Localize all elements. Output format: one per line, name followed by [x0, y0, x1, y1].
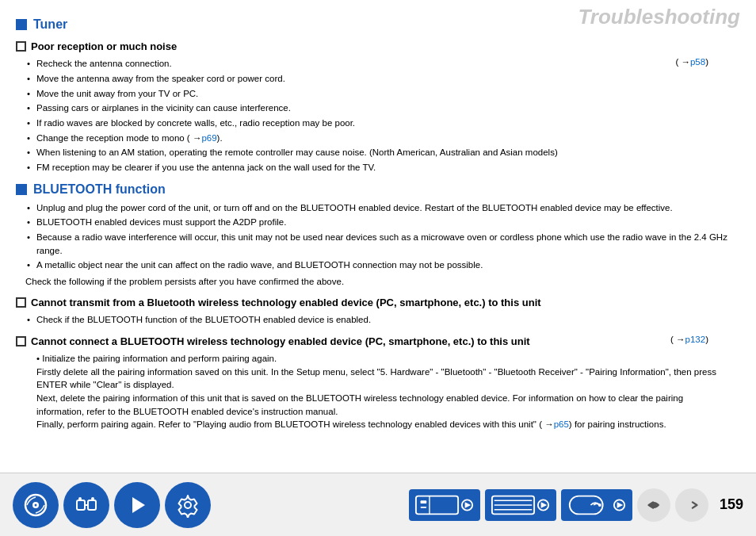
- svg-rect-12: [416, 496, 458, 514]
- blue-square-icon-bt: [16, 184, 27, 195]
- bluetooth-section-heading: BLUETOOTH function: [16, 182, 732, 197]
- p65-link[interactable]: p65: [554, 419, 569, 429]
- bullet-item: If radio waves are blocked by concrete w…: [25, 117, 732, 130]
- forward-icon: [683, 496, 701, 514]
- remote-nav-icon[interactable]: [561, 489, 632, 521]
- cannot-connect-heading: Cannot connect a BLUETOOTH wireless tech…: [31, 335, 530, 349]
- blue-square-icon: [16, 19, 27, 30]
- input2-nav-icon[interactable]: [485, 489, 556, 521]
- bullet-item: A metallic object near the unit can affe…: [25, 258, 732, 272]
- bullet-item: Unplug and plug the power cord of the un…: [25, 201, 732, 215]
- cannot-transmit-heading: Cannot transmit from a Bluetooth wireles…: [31, 296, 541, 310]
- checkbox-icon-poor-reception: [16, 41, 26, 52]
- connect-nav-icon[interactable]: [63, 482, 109, 528]
- svg-rect-24: [570, 496, 603, 514]
- bullet-item: BLUETOOTH enabled devices must support t…: [25, 216, 732, 229]
- poor-reception-subsection: Poor reception or much noise ( →p58): [16, 40, 732, 54]
- input2-icon: [489, 490, 552, 520]
- poor-reception-heading-row: Poor reception or much noise: [16, 40, 732, 54]
- poor-reception-bullets: Recheck the antenna connection. Move the…: [16, 57, 732, 174]
- bullet-item: FM reception may be clearer if you use t…: [25, 161, 732, 174]
- bullet-item: Move the unit away from your TV or PC.: [25, 87, 732, 101]
- svg-point-2: [35, 503, 37, 506]
- svg-point-11: [185, 502, 191, 508]
- back-icon: [645, 496, 662, 514]
- disc-icon: [23, 492, 48, 518]
- svg-marker-27: [617, 502, 624, 508]
- cannot-connect-ref: ( →p132): [670, 335, 708, 344]
- disc-nav-icon[interactable]: [13, 482, 59, 528]
- bottom-nav-bar: 159: [0, 473, 756, 536]
- bullet-item: Because a radio wave interference will o…: [25, 231, 732, 257]
- svg-rect-14: [421, 500, 427, 503]
- settings-icon: [175, 492, 200, 518]
- p69-link[interactable]: p69: [201, 133, 216, 143]
- cannot-connect-heading-row: Cannot connect a BLUETOOTH wireless tech…: [16, 335, 732, 349]
- svg-point-25: [598, 503, 601, 507]
- input1-icon: [413, 490, 476, 520]
- bullet-item: Move the antenna away from the speaker c…: [25, 72, 732, 86]
- cannot-transmit-heading-row: Cannot transmit from a Bluetooth wireles…: [16, 296, 732, 310]
- page-title: Troubleshooting: [578, 5, 740, 29]
- content-area: Tuner Poor reception or much noise ( →p5…: [0, 0, 756, 441]
- bullet-item: Check if the BLUETOOTH function of the B…: [25, 313, 732, 327]
- settings-nav-icon[interactable]: [165, 482, 211, 528]
- svg-rect-4: [88, 500, 96, 510]
- svg-marker-17: [465, 502, 472, 508]
- play-icon: [124, 492, 150, 518]
- bullet-item: Change the reception mode to mono ( →p69…: [25, 132, 732, 145]
- bullet-item: Passing cars or airplanes in the vicinit…: [25, 101, 732, 115]
- bullet-marker: •: [36, 354, 42, 363]
- forward-button[interactable]: [675, 488, 708, 522]
- cannot-connect-detail: • Initialize the pairing information and…: [16, 352, 732, 431]
- tuner-heading: Tuner: [33, 17, 67, 32]
- remote-icon: [565, 490, 628, 520]
- svg-marker-10: [132, 497, 145, 513]
- svg-rect-15: [421, 506, 427, 507]
- bluetooth-intro-bullets: Unplug and plug the power cord of the un…: [16, 201, 732, 272]
- play-nav-icon[interactable]: [114, 482, 160, 528]
- checkbox-icon-connect: [16, 336, 26, 346]
- bullet-item: When listening to an AM station, operati…: [25, 146, 732, 159]
- checkbox-icon-transmit: [16, 297, 26, 308]
- cannot-connect-subsection: Cannot connect a BLUETOOTH wireless tech…: [16, 335, 732, 349]
- back-button[interactable]: [637, 488, 670, 522]
- check-text: Check the following if the problem persi…: [16, 275, 732, 288]
- bluetooth-heading: BLUETOOTH function: [33, 182, 166, 197]
- bullet-item: Recheck the antenna connection.: [25, 57, 732, 71]
- p132-link[interactable]: p132: [685, 335, 706, 344]
- poor-reception-heading: Poor reception or much noise: [31, 40, 177, 54]
- svg-rect-3: [77, 500, 85, 510]
- cannot-transmit-bullets: Check if the BLUETOOTH function of the B…: [16, 313, 732, 327]
- page-number: 159: [720, 496, 743, 513]
- svg-marker-23: [541, 502, 548, 508]
- input1-nav-icon[interactable]: [409, 489, 480, 521]
- connect-icon: [74, 492, 99, 518]
